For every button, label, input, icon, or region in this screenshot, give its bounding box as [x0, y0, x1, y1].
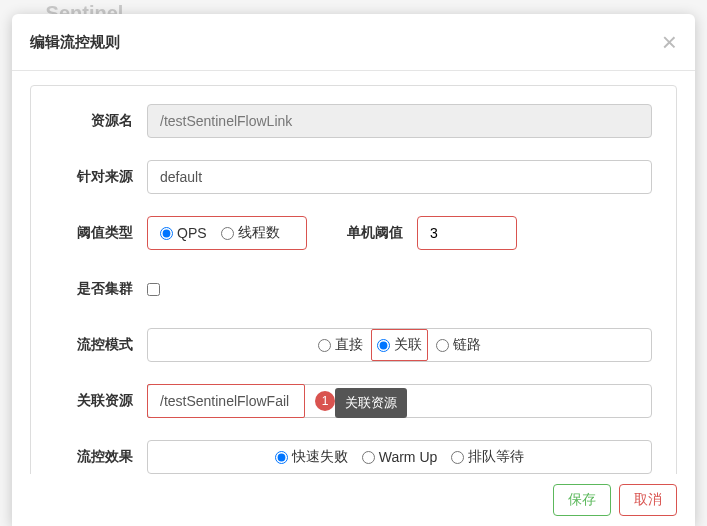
row-related-resource: 关联资源 1 关联资源 — [55, 384, 652, 418]
radio-mode-link-label: 链路 — [453, 336, 481, 354]
radio-mode-direct-input[interactable] — [318, 339, 331, 352]
radio-mode-link-input[interactable] — [436, 339, 449, 352]
label-threshold-type: 阈值类型 — [55, 224, 133, 242]
radio-threads-input[interactable] — [221, 227, 234, 240]
label-cluster: 是否集群 — [55, 280, 133, 298]
radio-effect-fastfail-input[interactable] — [275, 451, 288, 464]
threshold-type-group: QPS 线程数 — [147, 216, 307, 250]
annotation-tooltip: 关联资源 — [335, 388, 407, 418]
form-panel: 资源名 针对来源 阈值类型 QPS — [30, 85, 677, 474]
radio-mode-related-input[interactable] — [377, 339, 390, 352]
radio-mode-related-label: 关联 — [394, 336, 422, 354]
radio-effect-queue-input[interactable] — [451, 451, 464, 464]
row-threshold-type: 阈值类型 QPS 线程数 单机阈值 — [55, 216, 652, 250]
label-mode: 流控模式 — [55, 336, 133, 354]
modal-title: 编辑流控规则 — [30, 33, 120, 52]
radio-threads[interactable]: 线程数 — [221, 224, 280, 242]
radio-effect-warmup[interactable]: Warm Up — [362, 449, 438, 465]
radio-threads-label: 线程数 — [238, 224, 280, 242]
annotation-marker-1: 1 — [315, 391, 335, 411]
radio-qps-label: QPS — [177, 225, 207, 241]
edit-flow-rule-modal: 编辑流控规则 × 资源名 针对来源 阈值类型 — [12, 14, 695, 526]
radio-mode-link[interactable]: 链路 — [436, 336, 481, 354]
radio-mode-related[interactable]: 关联 — [377, 336, 422, 354]
label-single-threshold: 单机阈值 — [347, 224, 403, 242]
radio-effect-fastfail-label: 快速失败 — [292, 448, 348, 466]
modal-body: 资源名 针对来源 阈值类型 QPS — [12, 71, 695, 474]
radio-effect-warmup-input[interactable] — [362, 451, 375, 464]
modal-footer: 保存 取消 — [12, 474, 695, 526]
label-resource: 资源名 — [55, 112, 133, 130]
effect-group: 快速失败 Warm Up 排队等待 — [147, 440, 652, 474]
close-icon[interactable]: × — [662, 29, 677, 55]
radio-effect-queue-label: 排队等待 — [468, 448, 524, 466]
single-threshold-input[interactable] — [417, 216, 517, 250]
radio-qps-input[interactable] — [160, 227, 173, 240]
source-input[interactable] — [147, 160, 652, 194]
save-button[interactable]: 保存 — [553, 484, 611, 516]
row-mode: 流控模式 直接 关联 链路 — [55, 328, 652, 362]
label-effect: 流控效果 — [55, 448, 133, 466]
single-threshold-group: 单机阈值 — [347, 216, 517, 250]
row-source: 针对来源 — [55, 160, 652, 194]
label-related-resource: 关联资源 — [55, 392, 133, 410]
radio-qps[interactable]: QPS — [160, 225, 207, 241]
radio-mode-direct[interactable]: 直接 — [318, 336, 363, 354]
resource-input — [147, 104, 652, 138]
radio-mode-direct-label: 直接 — [335, 336, 363, 354]
modal-header: 编辑流控规则 × — [12, 14, 695, 71]
radio-effect-warmup-label: Warm Up — [379, 449, 438, 465]
radio-effect-queue[interactable]: 排队等待 — [451, 448, 524, 466]
cancel-button[interactable]: 取消 — [619, 484, 677, 516]
cluster-checkbox[interactable] — [147, 283, 160, 296]
mode-group: 直接 关联 链路 — [147, 328, 652, 362]
row-cluster: 是否集群 — [55, 272, 652, 306]
row-resource: 资源名 — [55, 104, 652, 138]
label-source: 针对来源 — [55, 168, 133, 186]
row-effect: 流控效果 快速失败 Warm Up 排队等待 — [55, 440, 652, 474]
radio-effect-fastfail[interactable]: 快速失败 — [275, 448, 348, 466]
